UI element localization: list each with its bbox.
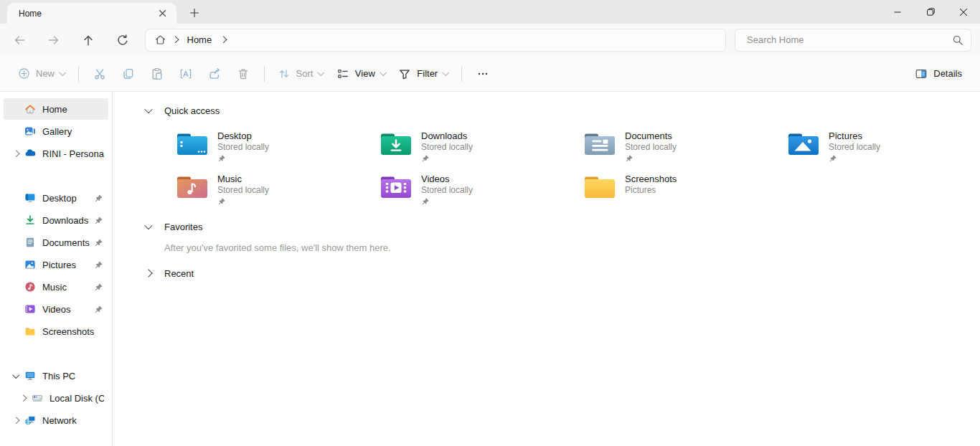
sidebar-item-label: Gallery — [42, 126, 104, 137]
sidebar-item-network[interactable]: Network — [4, 409, 108, 431]
folder-tile-downloads[interactable]: Downloads Stored locally — [380, 129, 583, 171]
search-box — [735, 29, 971, 52]
folder-tile-documents[interactable]: Documents Stored locally — [583, 129, 787, 171]
pin-icon — [625, 153, 677, 163]
back-icon[interactable] — [7, 29, 32, 52]
chevron-down-icon — [60, 69, 66, 75]
new-button[interactable]: New — [11, 62, 72, 86]
sidebar-item-pictures[interactable]: Pictures — [4, 254, 108, 275]
sidebar-spacer — [0, 343, 112, 364]
refresh-icon[interactable] — [110, 29, 135, 52]
chevron-down-icon — [380, 69, 386, 75]
breadcrumb-segment-home[interactable]: Home — [184, 33, 215, 47]
file-explorer-window: Home — [0, 0, 980, 446]
search-icon[interactable] — [952, 34, 963, 46]
sidebar-item-label: Pictures — [42, 260, 93, 270]
chevron-right-icon[interactable] — [15, 396, 31, 401]
sidebar-item-videos[interactable]: Videos — [4, 298, 108, 320]
address-bar[interactable]: Home — [145, 29, 726, 52]
folder-tile-music[interactable]: Music Stored locally — [176, 172, 380, 214]
sidebar-item-documents[interactable]: Documents — [4, 232, 108, 253]
breadcrumb-chevron-icon — [173, 37, 178, 42]
chevron-right-icon[interactable] — [8, 151, 24, 156]
tile-name: Documents — [625, 131, 677, 142]
tile-subtitle: Stored locally — [217, 142, 269, 153]
sidebar-item-screenshots[interactable]: Screenshots — [4, 321, 108, 342]
restore-icon[interactable] — [914, 0, 947, 24]
view-button[interactable]: View — [330, 62, 392, 86]
sidebar-item-local-disk-c[interactable]: Local Disk (C:) — [11, 387, 108, 409]
chevron-down-icon[interactable] — [141, 224, 156, 229]
window-controls — [881, 0, 980, 24]
pin-icon — [421, 196, 473, 207]
copy-icon[interactable] — [114, 62, 143, 86]
new-plus-icon — [18, 67, 30, 80]
folder-tile-videos[interactable]: Videos Stored locally — [380, 172, 583, 214]
cut-icon[interactable] — [85, 62, 114, 86]
new-tab-icon[interactable] — [184, 3, 205, 23]
search-input[interactable] — [745, 34, 952, 46]
sidebar-item-this-pc[interactable]: This PC — [4, 365, 108, 386]
documents-folder-icon — [583, 131, 616, 158]
details-button-label: Details — [933, 68, 962, 79]
this-pc-icon — [24, 370, 36, 381]
titlebar: Home — [0, 0, 980, 24]
items-view: Quick access Desktop Stored locally — [113, 92, 980, 446]
downloads-icon — [24, 214, 36, 226]
section-header-favorites[interactable]: Favorites — [141, 217, 980, 237]
navigation-bar: Home — [0, 24, 980, 56]
sidebar-item-downloads[interactable]: Downloads — [4, 209, 108, 231]
new-button-label: New — [36, 68, 55, 79]
forward-icon[interactable] — [42, 29, 66, 52]
section-title: Quick access — [164, 105, 220, 116]
sidebar-item-label: Documents — [42, 237, 93, 248]
pin-icon — [93, 238, 104, 247]
sort-button-label: Sort — [296, 68, 314, 79]
section-title: Recent — [164, 268, 194, 279]
sidebar-item-gallery[interactable]: Gallery — [4, 120, 108, 142]
folder-tile-screenshots[interactable]: Screenshots Pictures — [583, 172, 787, 214]
tile-name: Downloads — [421, 131, 473, 142]
section-header-recent[interactable]: Recent — [141, 263, 980, 283]
breadcrumb-chevron-icon[interactable] — [221, 37, 226, 42]
sort-button[interactable]: Sort — [271, 62, 330, 86]
section-header-quick-access[interactable]: Quick access — [141, 100, 980, 120]
downloads-folder-icon — [380, 131, 413, 158]
sidebar-item-onedrive[interactable]: RINI - Personal — [4, 143, 108, 164]
music-folder-icon — [176, 174, 209, 201]
minimize-icon[interactable] — [881, 0, 914, 24]
more-options-icon[interactable] — [468, 62, 497, 86]
pin-icon — [217, 153, 269, 163]
folder-tile-desktop[interactable]: Desktop Stored locally — [176, 129, 380, 171]
share-icon[interactable] — [200, 62, 229, 86]
details-button[interactable]: Details — [908, 62, 969, 86]
tab-close-icon[interactable] — [154, 5, 171, 22]
chevron-down-icon[interactable] — [8, 374, 24, 379]
chevron-down-icon[interactable] — [141, 108, 156, 113]
chevron-right-icon[interactable] — [141, 270, 156, 276]
delete-icon[interactable] — [229, 62, 258, 86]
sidebar-item-label: Music — [42, 282, 93, 293]
pin-icon — [829, 153, 880, 163]
breadcrumb-home-icon[interactable] — [154, 34, 166, 46]
tile-subtitle: Pictures — [625, 185, 677, 196]
chevron-right-icon[interactable] — [8, 418, 24, 423]
folder-tile-pictures[interactable]: Pictures Stored locally — [787, 129, 980, 171]
tab-home[interactable]: Home — [7, 3, 176, 24]
sidebar-item-music[interactable]: Music — [4, 276, 108, 298]
filter-button[interactable]: Filter — [392, 62, 454, 86]
up-icon[interactable] — [76, 29, 100, 52]
music-icon — [24, 281, 36, 293]
command-bar: New Sort — [0, 56, 980, 92]
rename-icon[interactable] — [171, 62, 200, 86]
paste-icon[interactable] — [143, 62, 171, 86]
filter-icon — [398, 67, 411, 80]
sidebar-item-home[interactable]: Home — [4, 98, 108, 120]
close-icon[interactable] — [947, 0, 980, 24]
videos-icon — [24, 303, 36, 315]
local-disk-icon — [31, 392, 43, 404]
onedrive-cloud-icon — [24, 148, 36, 159]
toolbar-divider — [264, 66, 265, 82]
sidebar-item-desktop[interactable]: Desktop — [4, 187, 108, 209]
videos-folder-icon — [380, 174, 413, 201]
